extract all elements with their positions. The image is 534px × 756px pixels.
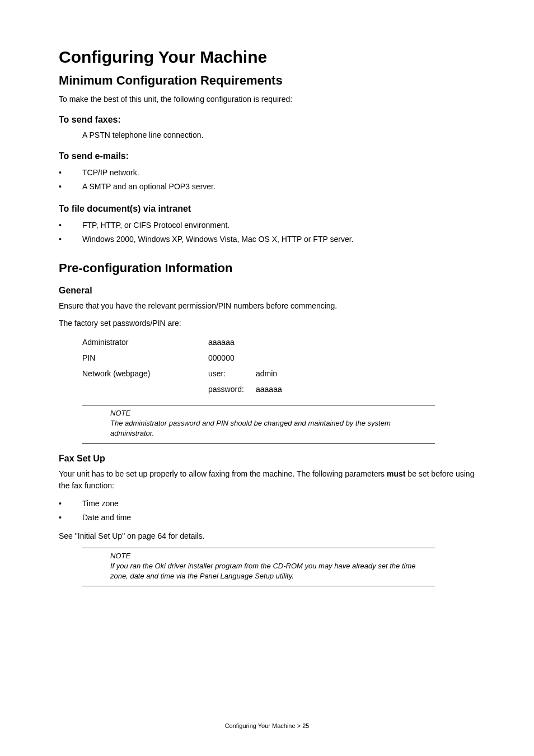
list-item: A SMTP and an optional POP3 server. (59, 180, 475, 194)
cred-admin-label: Administrator (82, 334, 208, 350)
document-page: Configuring Your Machine Minimum Configu… (0, 0, 534, 756)
general-permission-text: Ensure that you have the relevant permis… (59, 300, 475, 311)
page-footer: Configuring Your Machine > 25 (0, 722, 534, 729)
fax-p1-bold: must (387, 469, 405, 478)
section-heading-min-config: Minimum Configuration Requirements (59, 73, 475, 88)
note-body: If you ran the Oki driver installer prog… (110, 561, 430, 581)
fax-setup-intro: Your unit has to be set up properly to a… (59, 468, 475, 491)
cred-network-pass-key: password: (208, 381, 256, 397)
cred-network-user-key: user: (208, 366, 256, 381)
fax-params-list: Time zone Date and time (59, 497, 475, 525)
list-item: Windows 2000, Windows XP, Windows Vista,… (59, 232, 475, 246)
page-title: Configuring Your Machine (59, 48, 475, 67)
send-faxes-line: A PSTN telephone line connection. (82, 129, 475, 141)
cred-row-admin: Administrator aaaaaa (82, 334, 475, 350)
fax-p1-pre: Your unit has to be set up properly to a… (59, 469, 387, 478)
subheading-send-faxes: To send faxes: (59, 115, 475, 125)
section-heading-preconfig: Pre-configuration Information (59, 261, 475, 276)
fax-see-reference: See "Initial Set Up" on page 64 for deta… (59, 530, 475, 542)
note-title: NOTE (110, 552, 430, 560)
cred-pin-value: 000000 (208, 350, 256, 366)
note-title: NOTE (110, 409, 430, 417)
list-item: Time zone (59, 497, 475, 511)
min-config-intro: To make the best of this unit, the follo… (59, 94, 475, 105)
cred-admin-value: aaaaaa (208, 334, 256, 350)
cred-pin-label: PIN (82, 350, 208, 366)
subheading-file-document: To file document(s) via intranet (59, 204, 475, 214)
credentials-block: Administrator aaaaaa PIN 000000 Network … (82, 334, 475, 397)
cred-row-pin: PIN 000000 (82, 350, 475, 366)
note-block-fax: NOTE If you ran the Oki driver installer… (82, 548, 435, 586)
note-block-general: NOTE The administrator password and PIN … (82, 405, 435, 444)
cred-network-user-value: admin (256, 366, 277, 381)
general-factory-text: The factory set passwords/PIN are: (59, 318, 475, 329)
file-document-list: FTP, HTTP, or CIFS Protocol environment.… (59, 218, 475, 246)
note-body: The administrator password and PIN shoul… (110, 418, 430, 438)
list-item: TCP/IP network. (59, 166, 475, 180)
cred-row-network-pass: password: aaaaaa (82, 381, 475, 397)
subheading-fax-setup: Fax Set Up (59, 454, 475, 464)
cred-network-pass-value: aaaaaa (256, 381, 282, 397)
list-item: Date and time (59, 511, 475, 525)
send-emails-list: TCP/IP network. A SMTP and an optional P… (59, 166, 475, 194)
subheading-send-emails: To send e-mails: (59, 151, 475, 161)
list-item: FTP, HTTP, or CIFS Protocol environment. (59, 218, 475, 232)
cred-network-label: Network (webpage) (82, 366, 208, 381)
subheading-general: General (59, 286, 475, 296)
cred-row-network-user: Network (webpage) user: admin (82, 366, 475, 381)
